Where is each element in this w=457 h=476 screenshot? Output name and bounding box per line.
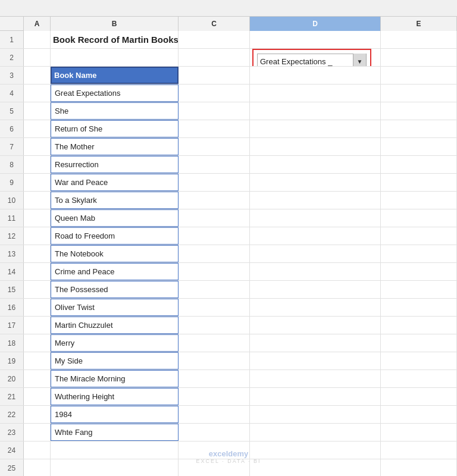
row-num: 14: [0, 263, 24, 280]
cell-e: [381, 227, 457, 245]
cell-a: [24, 209, 51, 227]
table-row: 15The Possessed: [0, 281, 457, 299]
cell-c: [179, 84, 250, 102]
row-num: 6: [0, 120, 24, 137]
cell-c: [179, 352, 250, 369]
cell-e1: [381, 31, 457, 48]
cell-c: [179, 192, 250, 209]
cell-b: Great Expectations: [51, 84, 179, 102]
cell-d: [250, 388, 381, 405]
col-header-d: D: [250, 17, 381, 31]
cell-e: [381, 138, 457, 155]
table-row: 5She: [0, 102, 457, 120]
cell-e: [381, 120, 457, 137]
cell-a: [24, 299, 51, 316]
dropdown-arrow-button[interactable]: ▼: [353, 54, 366, 66]
col-header-e: E: [381, 17, 457, 31]
cell-c: [179, 138, 250, 155]
cell-b: The Notebook: [51, 245, 179, 262]
cell-e: [381, 317, 457, 334]
cell-c: [179, 334, 250, 352]
cell-d: [250, 281, 381, 298]
row-num: 12: [0, 227, 24, 245]
table-row: 1 Book Record of Martin Bookstore: [0, 31, 457, 49]
cell-a: [24, 245, 51, 262]
cell-e: [381, 174, 457, 191]
row-num: 22: [0, 406, 24, 423]
row-num: 3: [0, 67, 24, 84]
row-num: 2: [0, 49, 24, 66]
cell-a: [24, 352, 51, 369]
dropdown-input-row: Great Expectations _ ▼: [257, 54, 367, 66]
row-num: 15: [0, 281, 24, 298]
cell-c: [179, 424, 250, 441]
cell-b: The Possessed: [51, 281, 179, 298]
cell-e: [381, 84, 457, 102]
table-row: 19My Side: [0, 352, 457, 370]
cell-d: [250, 67, 381, 84]
dropdown-container: Great Expectations _ ▼ Great Expectation…: [252, 49, 371, 66]
table-row: 6Return of She: [0, 120, 457, 138]
row-num-corner: [0, 17, 24, 30]
cell-c2: [179, 49, 250, 66]
column-headers: A B C D E: [0, 17, 457, 31]
cell-b: The Mother: [51, 138, 179, 155]
cell-e: [381, 245, 457, 262]
cell-c: [179, 245, 250, 262]
cell-e: [381, 334, 457, 352]
cell-a: [24, 263, 51, 280]
dropdown-selected-value: Great Expectations _: [258, 57, 353, 66]
cell-d: [250, 192, 381, 209]
cell-e: [381, 209, 457, 227]
row-num: 16: [0, 299, 24, 316]
cell-a: [24, 227, 51, 245]
col-header-b: B: [51, 17, 179, 31]
cell-d: [250, 370, 381, 387]
cell-d: [250, 352, 381, 369]
cell-a: [24, 156, 51, 173]
table-row: 16Oliver Twist: [0, 299, 457, 317]
row-num: 21: [0, 388, 24, 405]
cell-d: [250, 459, 381, 476]
cell-e: [381, 281, 457, 298]
cell-a: [24, 406, 51, 423]
cell-a: [24, 370, 51, 387]
table-row: 10To a Skylark: [0, 192, 457, 209]
cell-b: [51, 459, 179, 476]
row-num: 25: [0, 459, 24, 476]
cell-b: 1984: [51, 406, 179, 423]
grid-body: 1 Book Record of Martin Bookstore 2 Grea…: [0, 31, 457, 476]
dropdown-popup[interactable]: Great Expectations _ ▼ Great Expectation…: [252, 49, 371, 66]
cell-c: [179, 227, 250, 245]
row-num: 20: [0, 370, 24, 387]
cell-d: [250, 209, 381, 227]
row-num: 10: [0, 192, 24, 209]
cell-d: [250, 406, 381, 423]
cell-c: [179, 281, 250, 298]
cell-a: [24, 459, 51, 476]
cell-b: Book Name: [51, 67, 179, 84]
cell-e: [381, 192, 457, 209]
cell-a: [24, 388, 51, 405]
cell-e: [381, 352, 457, 369]
cell-c: [179, 388, 250, 405]
cell-e: [381, 406, 457, 423]
cell-a: [24, 120, 51, 137]
book-rows-container: 3Book Name4Great Expectations5She6Return…: [0, 67, 457, 476]
cell-d: [250, 84, 381, 102]
table-row: 8Resurrection: [0, 156, 457, 174]
row-num: 9: [0, 174, 24, 191]
row-num: 23: [0, 424, 24, 441]
table-row: 20The Miracle Morning: [0, 370, 457, 388]
cell-e: [381, 156, 457, 173]
cell-b: My Side: [51, 352, 179, 369]
table-row: 11Queen Mab: [0, 209, 457, 227]
cell-b: Queen Mab: [51, 209, 179, 227]
cell-a: [24, 281, 51, 298]
table-row: 24: [0, 441, 457, 459]
table-row: 7The Mother: [0, 138, 457, 156]
cell-c: [179, 174, 250, 191]
cell-b: She: [51, 102, 179, 120]
table-row: 13The Notebook: [0, 245, 457, 263]
cell-e2: [381, 49, 457, 66]
